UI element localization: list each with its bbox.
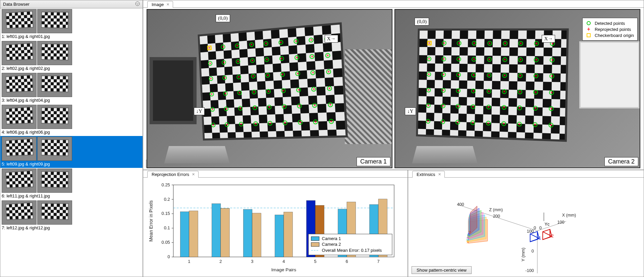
svg-text:0.15: 0.15 xyxy=(162,211,170,216)
svg-text:6: 6 xyxy=(345,259,348,264)
list-item[interactable]: 4: left06.jpg & right06.jpg xyxy=(0,104,143,136)
thumbnail-right xyxy=(37,169,72,193)
reproj-tab-strip: Reprojection Errors ✕ xyxy=(143,170,408,178)
svg-text:Camera 2: Camera 2 xyxy=(322,242,341,247)
svg-text:100: 100 xyxy=(557,220,564,225)
svg-rect-41 xyxy=(311,242,319,246)
list-item-label: 1: left01.jpg & right01.jpg xyxy=(2,33,141,39)
image-legend: Detected points +Reprojected points Chec… xyxy=(582,18,638,41)
list-item-label: 6: left11.jpg & right11.jpg xyxy=(2,193,141,198)
svg-text:1: 1 xyxy=(188,259,190,264)
list-item[interactable]: 2: left02.jpg & right02.jpg xyxy=(0,40,143,72)
svg-text:2: 2 xyxy=(551,234,553,238)
svg-line-83 xyxy=(543,232,552,236)
data-browser-title: Data Browser xyxy=(3,2,30,7)
svg-text:Yc: Yc xyxy=(544,222,549,227)
legend-reprojected: Reprojected points xyxy=(595,27,631,32)
camera1-label: Camera 1 xyxy=(357,157,390,166)
svg-line-77 xyxy=(530,234,539,238)
x-axis-label: X→ xyxy=(325,35,338,43)
camera1-view[interactable]: (0,0) X→ ↓Y Camera 1 xyxy=(147,9,392,168)
svg-text:Camera 1: Camera 1 xyxy=(322,236,341,241)
reprojection-chart[interactable]: 00.050.10.150.20.251234567Image PairsMea… xyxy=(143,178,408,277)
close-icon[interactable]: ✕ xyxy=(192,172,195,177)
svg-rect-24 xyxy=(275,215,284,257)
thumbnail-right xyxy=(37,105,72,129)
dropdown-icon[interactable] xyxy=(135,1,140,7)
green-circle-icon xyxy=(587,21,591,25)
svg-text:400: 400 xyxy=(457,202,464,207)
close-icon[interactable]: ✕ xyxy=(438,172,441,177)
tab-reprojection-errors[interactable]: Reprojection Errors ✕ xyxy=(147,171,199,178)
svg-text:Z (mm): Z (mm) xyxy=(489,207,503,212)
thumbnail-right xyxy=(37,9,72,33)
svg-rect-39 xyxy=(311,237,319,241)
camera2-label: Camera 2 xyxy=(604,157,638,166)
svg-text:0: 0 xyxy=(168,254,170,259)
list-item[interactable]: 5: left09.jpg & right09.jpg xyxy=(0,136,143,168)
bottom-row: Reprojection Errors ✕ 00.050.10.150.20.2… xyxy=(143,170,644,277)
thumbnail-left xyxy=(2,41,37,65)
list-item-label: 5: left09.jpg & right09.jpg xyxy=(2,161,141,167)
tab-extr-label: Extrinsics xyxy=(417,172,435,177)
svg-point-0 xyxy=(136,2,140,6)
svg-rect-25 xyxy=(284,212,292,257)
svg-text:0.25: 0.25 xyxy=(162,182,170,187)
tab-extrinsics[interactable]: Extrinsics ✕ xyxy=(412,171,445,178)
svg-text:Overall Mean Error: 0.17 pixel: Overall Mean Error: 0.17 pixels xyxy=(322,248,382,253)
thumbnail-left xyxy=(2,9,37,33)
thumbnail-left xyxy=(2,200,37,225)
svg-text:1: 1 xyxy=(539,236,541,240)
svg-text:Mean Error in Pixels: Mean Error in Pixels xyxy=(149,200,154,242)
svg-text:0: 0 xyxy=(532,249,534,253)
y-axis-label-2: ↓Y xyxy=(405,107,416,115)
legend-detected: Detected points xyxy=(595,21,625,26)
thumbnail-left xyxy=(2,137,37,161)
tab-image[interactable]: Image ✕ xyxy=(147,1,173,8)
list-item[interactable]: 7: left12.jpg & right12.jpg xyxy=(0,200,143,232)
origin-label: (0,0) xyxy=(216,14,230,22)
data-browser-header: Data Browser xyxy=(0,0,143,8)
svg-text:Y (mm): Y (mm) xyxy=(521,247,526,261)
extrinsics-chart[interactable]: 02004000100-1000100Z (mm)X (mm)Y (mm)123… xyxy=(408,178,644,277)
y-axis-label: ↓Y xyxy=(194,107,205,115)
thumbnail-left xyxy=(2,105,37,129)
list-item[interactable]: 1: left01.jpg & right01.jpg xyxy=(0,8,143,40)
thumbnail-right xyxy=(37,200,72,225)
svg-text:0: 0 xyxy=(534,226,536,230)
svg-rect-19 xyxy=(221,208,229,257)
show-pattern-centric-button[interactable]: Show pattern-centric view xyxy=(412,266,472,274)
tab-image-label: Image xyxy=(152,2,164,7)
list-item-label: 2: left02.jpg & right02.jpg xyxy=(2,65,141,71)
svg-text:2: 2 xyxy=(219,259,222,264)
tab-reproj-label: Reprojection Errors xyxy=(152,172,189,177)
reprojection-errors-panel: Reprojection Errors ✕ 00.050.10.150.20.2… xyxy=(143,170,408,277)
extr-tab-strip: Extrinsics ✕ xyxy=(408,170,644,178)
thumbnail-right xyxy=(37,137,72,161)
svg-text:Image Pairs: Image Pairs xyxy=(271,267,297,272)
svg-text:3: 3 xyxy=(251,259,253,264)
svg-text:5: 5 xyxy=(314,259,316,264)
data-browser-panel: Data Browser 1: left01.jpg & right01.jpg… xyxy=(0,0,143,277)
thumbnail-left xyxy=(2,73,37,97)
svg-text:0.05: 0.05 xyxy=(162,240,170,245)
right-area: Image ✕ Show Rectified (0,0) X→ ↓Y Camer… xyxy=(143,0,644,277)
list-item[interactable]: 3: left04.jpg & right04.jpg xyxy=(0,72,143,104)
svg-text:200: 200 xyxy=(493,214,500,219)
image-panel: Image ✕ Show Rectified (0,0) X→ ↓Y Camer… xyxy=(143,0,644,170)
thumbnail-list: 1: left01.jpg & right01.jpg 2: left02.jp… xyxy=(0,8,143,277)
svg-rect-15 xyxy=(180,212,189,257)
image-content: Show Rectified (0,0) X→ ↓Y Camera 1 xyxy=(143,8,644,170)
svg-rect-18 xyxy=(212,204,221,257)
svg-text:0: 0 xyxy=(539,226,542,230)
image-tab-strip: Image ✕ xyxy=(143,0,644,8)
yellow-square-icon xyxy=(587,33,591,37)
list-item[interactable]: 6: left11.jpg & right11.jpg xyxy=(0,168,143,200)
thumbnail-right xyxy=(37,41,72,65)
list-item-label: 4: left06.jpg & right06.jpg xyxy=(2,129,141,135)
svg-text:4: 4 xyxy=(282,259,285,264)
close-icon[interactable]: ✕ xyxy=(166,2,169,7)
svg-text:-100: -100 xyxy=(525,268,534,273)
svg-text:7: 7 xyxy=(377,259,379,264)
svg-text:X (mm): X (mm) xyxy=(562,213,576,218)
